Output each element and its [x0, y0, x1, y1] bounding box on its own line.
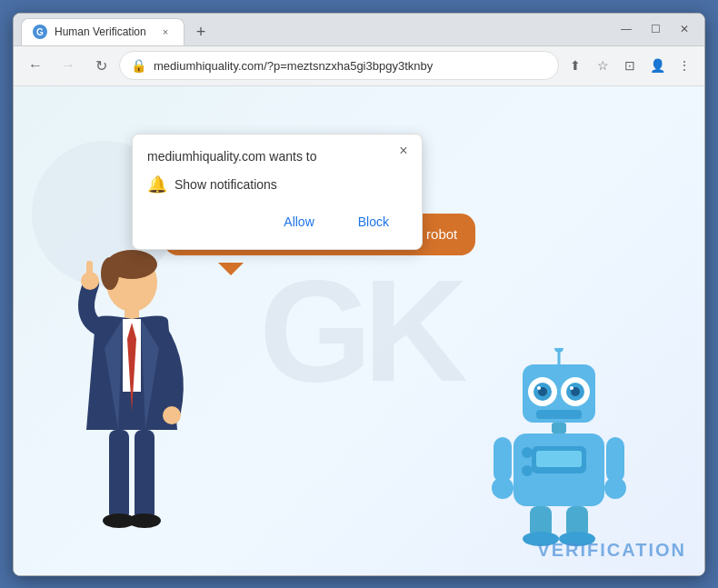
svg-rect-10 — [135, 430, 155, 521]
tab-title: Human Verification — [55, 25, 151, 38]
forward-button[interactable]: → — [54, 51, 83, 80]
address-text: mediumhiquality.com/?p=meztsnzxha5gi3bpg… — [154, 59, 547, 73]
watermark-text: GK — [259, 247, 459, 414]
person-figure — [50, 248, 214, 557]
svg-rect-7 — [86, 261, 93, 281]
verification-label: VERIFICATION — [537, 540, 686, 561]
svg-rect-9 — [109, 430, 129, 521]
allow-button[interactable]: Allow — [265, 209, 332, 234]
svg-point-25 — [570, 386, 573, 390]
refresh-button[interactable]: ↻ — [86, 51, 115, 80]
nav-bar: ← → ↻ 🔒 mediumhiquality.com/?p=meztsnzxh… — [14, 46, 704, 86]
svg-point-12 — [128, 513, 161, 528]
bookmark-button[interactable]: ☆ — [590, 53, 615, 78]
maximize-button[interactable]: ☐ — [643, 16, 668, 42]
svg-rect-27 — [552, 423, 566, 434]
menu-button[interactable]: ⋮ — [672, 53, 697, 78]
bell-icon: 🔔 — [147, 174, 167, 194]
close-button[interactable]: ✕ — [672, 16, 697, 42]
browser-window: G Human Verification × + — ☐ ✕ ← → ↻ 🔒 m… — [13, 13, 705, 576]
svg-point-32 — [522, 465, 533, 476]
svg-rect-26 — [536, 410, 582, 419]
back-button[interactable]: ← — [21, 51, 50, 80]
svg-point-16 — [554, 348, 563, 353]
svg-point-24 — [537, 386, 541, 390]
lock-icon: 🔒 — [131, 58, 146, 73]
popup-notification-row: 🔔 Show notifications — [147, 174, 407, 194]
page-content: GK — [14, 86, 704, 575]
popup-notification-text: Show notifications — [175, 177, 277, 192]
svg-rect-33 — [494, 437, 512, 483]
popup-buttons: Allow Block — [147, 209, 407, 234]
title-bar: G Human Verification × + — ☐ ✕ — [14, 14, 704, 46]
svg-point-36 — [604, 477, 626, 499]
nav-extras: ⬆ ☆ ⊡ 👤 ⋮ — [563, 53, 697, 78]
svg-rect-34 — [606, 437, 624, 483]
share-button[interactable]: ⬆ — [563, 53, 588, 78]
address-bar[interactable]: 🔒 mediumhiquality.com/?p=meztsnzxha5gi3b… — [119, 51, 559, 80]
svg-rect-30 — [536, 451, 582, 467]
new-tab-button[interactable]: + — [188, 20, 214, 45]
browser-tab[interactable]: G Human Verification × — [21, 18, 184, 45]
block-button[interactable]: Block — [340, 209, 407, 234]
popup-title: mediumhiquality.com wants to — [147, 149, 407, 164]
notification-popup: × mediumhiquality.com wants to 🔔 Show no… — [132, 134, 423, 250]
robot-figure — [486, 348, 632, 548]
svg-point-31 — [522, 447, 533, 458]
tab-area: G Human Verification × + — [21, 14, 613, 45]
window-controls: — ☐ ✕ — [613, 16, 697, 42]
svg-point-35 — [492, 477, 514, 499]
minimize-button[interactable]: — — [613, 16, 639, 42]
profile-button[interactable]: 👤 — [644, 53, 670, 78]
svg-point-8 — [163, 406, 181, 424]
popup-close-button[interactable]: × — [394, 142, 413, 160]
svg-point-2 — [101, 257, 119, 290]
extensions-button[interactable]: ⊡ — [617, 53, 643, 78]
tab-favicon: G — [33, 25, 47, 39]
tab-close-button[interactable]: × — [158, 25, 173, 39]
